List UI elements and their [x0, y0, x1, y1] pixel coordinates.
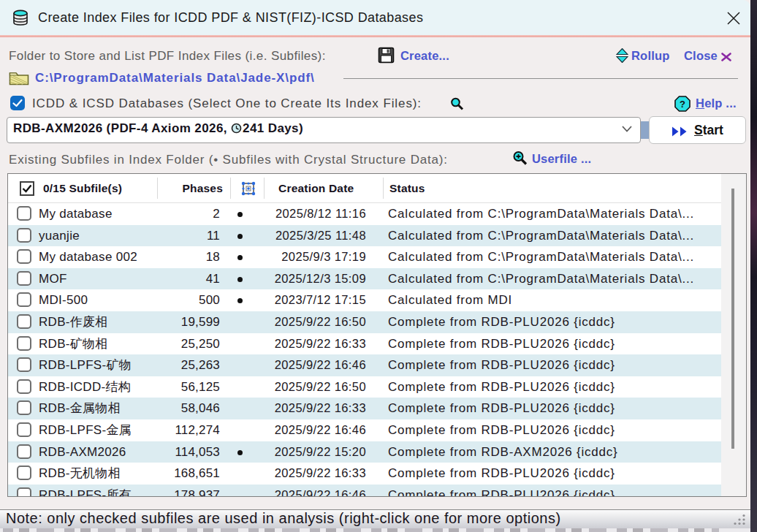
row-checkbox[interactable]: [17, 314, 31, 329]
icdd-checkbox[interactable]: [10, 96, 25, 110]
row-checkbox[interactable]: [17, 336, 31, 351]
table-row[interactable]: My database 002182025/9/3 17:19Calculate…: [8, 246, 721, 268]
row-checkbox[interactable]: [17, 249, 31, 264]
row-checkbox[interactable]: [17, 206, 31, 221]
folder-section-label: Folder to Store and List PDF Index Files…: [9, 49, 326, 64]
icdd-section-label: ICDD & ICSD Databases (Select One to Cre…: [32, 96, 422, 111]
phases-count: 11: [118, 225, 220, 247]
creation-date: 2025/9/22 16:33: [249, 333, 366, 355]
table-row[interactable]: RDB-矿物相25,2502025/9/22 16:33Complete fro…: [8, 333, 721, 355]
creation-date: 2025/9/22 15:20: [249, 441, 366, 463]
table-row[interactable]: RDB-无机物相168,6512025/9/22 16:33Complete f…: [8, 463, 721, 484]
row-checkbox[interactable]: [17, 357, 31, 372]
header-subfiles[interactable]: 0/15 Subfile(s): [43, 174, 122, 203]
phases-count: 58,046: [118, 398, 220, 419]
chevron-down-icon[interactable]: [621, 124, 633, 133]
row-checkbox[interactable]: [17, 466, 31, 480]
row-checkbox[interactable]: [17, 228, 31, 243]
row-checkbox[interactable]: [17, 400, 31, 415]
title-bar: Create Index Files for ICDD PDF & NIST(F…: [0, 0, 750, 35]
table-row[interactable]: RDB-金属物相58,0462025/9/22 16:33Complete fr…: [8, 398, 721, 419]
subfile-name: RDB-金属物相: [39, 398, 121, 419]
creation-date: 2025/9/22 16:46: [249, 419, 366, 441]
create-link[interactable]: Create...: [400, 49, 449, 63]
userfile-search-icon[interactable]: [512, 151, 528, 166]
phases-count: 25,250: [118, 333, 220, 355]
row-checkbox[interactable]: [17, 422, 31, 437]
start-button[interactable]: Start: [649, 116, 746, 144]
help-icon[interactable]: ?: [674, 96, 691, 112]
table-row[interactable]: RDB-LPFS-所有178,9372025/9/22 16:46Complet…: [8, 484, 721, 497]
creation-date: 2025/12/3 15:09: [249, 268, 366, 290]
row-checkbox[interactable]: [17, 292, 31, 307]
phases-count: 56,125: [118, 376, 220, 398]
crystal-structure-icon[interactable]: [240, 180, 257, 197]
subfiles-table: 0/15 Subfile(s) Phases Creation Date Sta…: [7, 173, 747, 497]
table-row[interactable]: RDB-LPFS-金属112,2742025/9/22 16:46Complet…: [8, 419, 721, 441]
status-text: Complete from RDB-PLU2026 {icddc}: [388, 398, 615, 419]
table-scrollbar[interactable]: [721, 174, 746, 496]
table-row[interactable]: RDB-作废相19,5992025/9/22 16:50Complete fro…: [8, 311, 721, 333]
subfile-name: yuanjie: [39, 225, 80, 247]
search-icon[interactable]: [450, 97, 464, 111]
creation-date: 2023/7/12 17:15: [249, 289, 366, 311]
row-checkbox[interactable]: [17, 379, 31, 394]
row-checkbox[interactable]: [17, 271, 31, 286]
window-close-button[interactable]: [725, 10, 742, 26]
subfile-name: MOF: [39, 268, 67, 290]
table-row[interactable]: MOF412025/12/3 15:09Calculated from C:\P…: [8, 268, 721, 290]
column-separator: [264, 178, 265, 199]
database-icon: [12, 10, 29, 26]
status-text: Complete from RDB-PLU2026 {icddc}: [388, 376, 615, 398]
table-header: 0/15 Subfile(s) Phases Creation Date Sta…: [8, 174, 746, 203]
header-status[interactable]: Status: [389, 174, 425, 203]
subfile-name: MDI-500: [39, 289, 88, 311]
titlebar-divider: [0, 35, 750, 37]
header-phases[interactable]: Phases: [157, 174, 223, 203]
status-text: Complete from RDB-PLU2026 {icddc}: [388, 419, 615, 441]
svg-text:?: ?: [680, 99, 685, 110]
combo-button-connector: [641, 121, 649, 139]
phases-count: 25,263: [118, 354, 220, 376]
table-row[interactable]: My database22025/8/12 11:16Calculated fr…: [8, 203, 721, 225]
crystal-data-dot: [237, 277, 243, 282]
table-row[interactable]: RDB-AXM2026114,0532025/9/22 15:20Complet…: [8, 441, 721, 463]
status-text: Complete from RDB-PLU2026 {icddc}: [388, 463, 615, 484]
close-link[interactable]: Close: [684, 49, 718, 63]
table-row[interactable]: MDI-5005002023/7/12 17:15Calculated from…: [8, 289, 721, 311]
help-link[interactable]: Help ...: [696, 96, 737, 110]
column-separator: [230, 178, 231, 199]
table-row[interactable]: RDB-LPFS-矿物25,2632025/9/22 16:46Complete…: [8, 354, 721, 376]
userfile-link[interactable]: Userfile ...: [532, 152, 591, 166]
table-row[interactable]: yuanjie112025/3/25 11:48Calculated from …: [8, 225, 721, 247]
column-separator: [383, 178, 384, 199]
creation-date: 2025/9/22 16:46: [249, 354, 366, 376]
status-text: Calculated from C:\ProgramData\Materials…: [388, 225, 694, 247]
folder-icon[interactable]: [9, 70, 29, 86]
horizontal-rule: [343, 78, 738, 79]
clock-icon: [231, 123, 242, 134]
save-icon[interactable]: [378, 47, 395, 64]
rollup-icon[interactable]: [616, 48, 628, 63]
window-title: Create Index Files for ICDD PDF & NIST(F…: [38, 0, 423, 35]
resize-grip[interactable]: [733, 514, 746, 525]
phases-count: 19,599: [118, 311, 220, 333]
phases-count: 168,651: [118, 463, 220, 484]
crystal-data-dot: [237, 212, 243, 217]
close-x-icon[interactable]: [721, 53, 731, 61]
table-row[interactable]: RDB-ICDD-结构56,1252025/9/22 16:50Complete…: [8, 376, 721, 398]
subfile-name: RDB-作废相: [39, 311, 108, 333]
header-creation-date[interactable]: Creation Date: [278, 174, 354, 203]
table-body: My database22025/8/12 11:16Calculated fr…: [8, 203, 721, 497]
creation-date: 2025/9/22 16:33: [249, 463, 366, 484]
row-checkbox[interactable]: [17, 487, 31, 497]
status-text: Calculated from MDI: [388, 289, 512, 311]
select-all-checkbox[interactable]: [20, 181, 34, 196]
scrollbar-thumb[interactable]: [731, 189, 734, 449]
rollup-link[interactable]: Rollup: [631, 49, 670, 63]
background-content-strip: [3, 528, 719, 532]
phases-count: 114,053: [118, 441, 220, 463]
creation-date: 2025/9/3 17:19: [249, 246, 366, 268]
row-checkbox[interactable]: [17, 444, 31, 459]
index-folder-path[interactable]: C:\ProgramData\Materials Data\Jade-X\pdf…: [35, 71, 315, 86]
